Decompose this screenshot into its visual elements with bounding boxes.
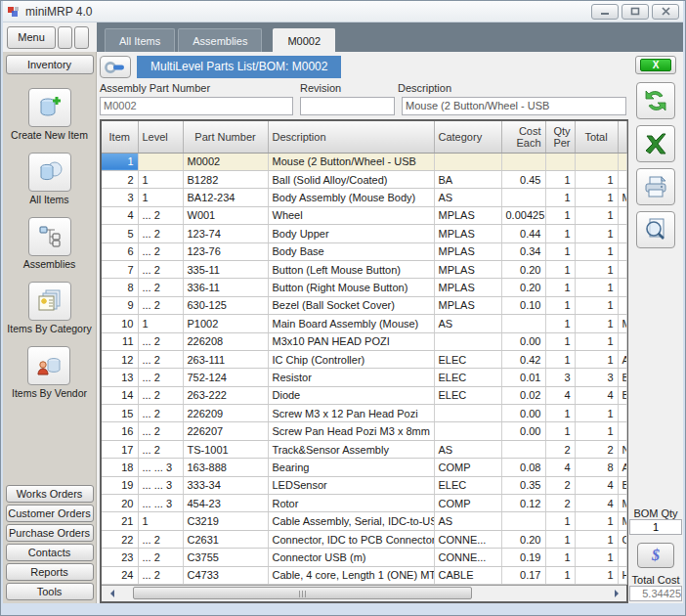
cell-category[interactable]: COMP [434, 459, 501, 476]
cell-item[interactable]: 5 [102, 225, 138, 242]
cell-qty-per[interactable]: 2 [545, 476, 575, 494]
table-row[interactable]: 6... 2123-76Body BaseMPLAS0.3411 [102, 242, 626, 260]
cell-item[interactable]: 19 [102, 476, 138, 494]
cell-description[interactable]: Track&Sensor Assembly [268, 440, 434, 458]
cell-qty-per[interactable]: 1 [545, 206, 575, 224]
cell-cost-each[interactable]: 0.02 [501, 386, 545, 404]
cell-qty-per[interactable]: 1 [545, 260, 575, 278]
cell-cost-each[interactable]: 0.00 [501, 422, 545, 440]
sidebar-button-contacts[interactable]: Contacts [6, 544, 94, 561]
cell-qty-per[interactable]: 1 [545, 512, 575, 530]
cell-qty-per[interactable]: 1 [545, 242, 575, 260]
column-header-total[interactable]: Total [575, 121, 618, 153]
cell-qty-per[interactable]: 3 [545, 369, 575, 386]
cell-level[interactable]: ... 2 [138, 386, 183, 404]
column-header-qty-per[interactable]: Qty Per [545, 121, 575, 153]
cell-level[interactable]: ... ... 3 [138, 476, 183, 494]
cell-description[interactable]: Resistor [268, 369, 434, 386]
cell-level[interactable]: ... 2 [138, 440, 183, 458]
cell-part-number[interactable]: 336-11 [183, 279, 268, 296]
cell-description[interactable]: Diode [268, 386, 434, 404]
cell-total[interactable]: 1 [575, 405, 618, 422]
cell-category[interactable]: MPLAS [434, 279, 501, 296]
cell-total[interactable]: 4 [575, 495, 618, 512]
cell-extra[interactable] [618, 171, 626, 189]
cell-category[interactable]: CONNE... [434, 530, 501, 548]
cell-extra[interactable]: A [618, 459, 626, 476]
column-header-part-number[interactable]: Part Number [183, 121, 268, 153]
calculate-cost-button[interactable]: $ [637, 543, 674, 568]
table-row[interactable]: 24... 2C4733Cable, 4 core, Length 1 (ONE… [102, 566, 626, 584]
cell-total[interactable]: 1 [575, 530, 618, 548]
cell-description[interactable]: Bearing [268, 459, 434, 476]
cell-total[interactable]: 1 [575, 422, 618, 440]
cell-total[interactable]: 1 [575, 549, 618, 566]
bom-qty-field[interactable] [629, 519, 682, 535]
cell-description[interactable]: Body Assembly (Mouse Body) [268, 189, 434, 206]
cell-description[interactable]: Screw M3 x 12 Pan Head Pozi [268, 405, 434, 422]
cell-part-number[interactable]: TS-1001 [183, 440, 268, 458]
cell-cost-each[interactable]: 0.00 [501, 405, 545, 422]
cell-item[interactable]: 15 [102, 405, 138, 422]
cell-total[interactable]: 2 [575, 440, 618, 458]
cell-total[interactable] [575, 153, 618, 170]
cell-level[interactable]: ... 2 [138, 369, 183, 386]
toolbar-blank-button-1[interactable] [58, 26, 72, 49]
cell-part-number[interactable]: 163-888 [183, 459, 268, 476]
cell-total[interactable]: 1 [575, 260, 618, 278]
table-row[interactable]: 17... 2TS-1001Track&Sensor AssemblyAS22N [102, 440, 626, 458]
cell-level[interactable]: ... 2 [138, 422, 183, 440]
sidebar-header-inventory[interactable]: Inventory [6, 55, 94, 74]
cell-qty-per[interactable]: 1 [545, 549, 575, 566]
cell-description[interactable]: Main Board Assembly (Mouse) [268, 315, 434, 332]
cell-cost-each[interactable]: 0.20 [501, 279, 545, 296]
cell-cost-each[interactable]: 0.10 [501, 296, 545, 314]
cell-description[interactable]: Rotor [268, 495, 434, 512]
cell-extra[interactable]: M [618, 315, 626, 332]
cell-category[interactable] [434, 405, 501, 422]
cell-item[interactable]: 4 [102, 206, 138, 224]
print-preview-button[interactable] [636, 211, 675, 248]
cell-cost-each[interactable] [501, 153, 545, 170]
table-row[interactable]: 21B1282Ball (Solid Alloy/Coated)BA0.4511 [102, 171, 626, 189]
cell-cost-each[interactable]: 0.12 [501, 495, 545, 512]
cell-part-number[interactable]: P1002 [183, 315, 268, 332]
export-excel-button[interactable] [636, 125, 675, 162]
close-tab-button[interactable]: X [635, 56, 676, 74]
column-header-item[interactable]: Item [102, 121, 138, 153]
tab-assemblies[interactable]: Assemblies [178, 28, 262, 52]
cell-item[interactable]: 12 [102, 350, 138, 368]
cell-part-number[interactable]: 123-74 [183, 225, 268, 242]
cell-level[interactable]: ... ... 3 [138, 495, 183, 512]
cell-total[interactable]: 1 [575, 189, 618, 206]
sidebar-button-reports[interactable]: Reports [6, 563, 94, 581]
cell-cost-each[interactable]: 0.44 [501, 225, 545, 242]
table-row[interactable]: 11... 2226208M3x10 PAN HEAD POZI0.0011 [102, 332, 626, 350]
cell-cost-each[interactable]: 0.19 [501, 549, 545, 566]
cell-extra[interactable] [618, 279, 626, 296]
cell-description[interactable]: Cable Assembly, Serial, IDC-to-USB [268, 512, 434, 530]
cell-category[interactable]: ELEC [434, 476, 501, 494]
cell-total[interactable]: 8 [575, 459, 618, 476]
cell-level[interactable]: ... 2 [138, 296, 183, 314]
cell-extra[interactable] [618, 206, 626, 224]
column-header-category[interactable]: Category [434, 121, 501, 153]
refresh-button[interactable] [636, 82, 675, 119]
column-header-description[interactable]: Description [268, 121, 434, 153]
table-row[interactable]: 4... 2W001WheelMPLAS0.0042511 [102, 206, 626, 224]
table-row[interactable]: 18... ... 3163-888BearingCOMP0.0848A [102, 459, 626, 476]
cell-description[interactable]: Button (Left Mouse Button) [268, 260, 434, 278]
cell-extra[interactable]: M [618, 512, 626, 530]
cell-category[interactable]: CABLE [434, 566, 501, 584]
cell-extra[interactable]: M [618, 189, 626, 206]
cell-qty-per[interactable]: 2 [545, 440, 575, 458]
cell-category[interactable] [434, 422, 501, 440]
cell-total[interactable]: 1 [575, 171, 618, 189]
cell-qty-per[interactable]: 1 [545, 189, 575, 206]
table-row[interactable]: 14... 2263-222DiodeELEC0.0244B [102, 386, 626, 404]
sidebar-button-customer-orders[interactable]: Customer Orders [6, 505, 94, 522]
cell-level[interactable]: ... 2 [138, 549, 183, 566]
cell-part-number[interactable]: C3755 [183, 549, 268, 566]
cell-item[interactable]: 21 [102, 512, 138, 530]
cell-level[interactable]: ... 2 [138, 530, 183, 548]
